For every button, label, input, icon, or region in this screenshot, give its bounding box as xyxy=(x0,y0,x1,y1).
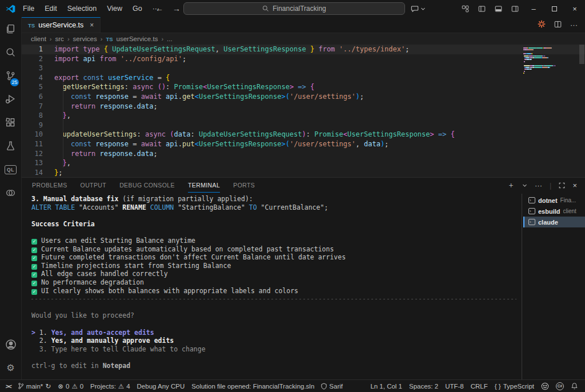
codeql-label: QL xyxy=(5,165,17,174)
codeql-icon[interactable]: QL xyxy=(0,158,21,181)
new-terminal-icon[interactable]: ＋ xyxy=(507,180,515,190)
code-line[interactable]: 6 const response = await api.get<UserSet… xyxy=(22,92,585,102)
sync-icon[interactable]: ↻ xyxy=(45,382,51,390)
breadcrumb-src[interactable]: src xyxy=(55,35,64,42)
code-line[interactable]: 8 }, xyxy=(22,111,585,121)
terminal-dropdown-icon[interactable] xyxy=(522,183,527,188)
notifications-bell-icon[interactable] xyxy=(567,380,582,392)
remote-indicator[interactable]: >< xyxy=(2,380,14,392)
accounts-icon[interactable] xyxy=(0,333,21,356)
code-line[interactable]: 1import type { UpdateUserSettingsRequest… xyxy=(22,45,585,54)
customize-layout-icon[interactable] xyxy=(457,0,474,17)
code-line[interactable]: 9 xyxy=(22,121,585,130)
vscode-logo-icon xyxy=(6,4,15,14)
menu-edit[interactable]: Edit xyxy=(39,0,62,17)
toggle-sidebar-icon[interactable] xyxy=(474,0,490,17)
check-icon: ✓ xyxy=(31,255,37,261)
breadcrumb-symbol[interactable]: ... xyxy=(167,35,173,42)
csharp-status-icon[interactable]: C# xyxy=(552,380,567,392)
command-center-search[interactable]: FinancialTracking xyxy=(183,2,405,15)
more-actions-icon[interactable]: ··· xyxy=(570,21,578,29)
back-arrow-icon[interactable]: ← xyxy=(155,4,163,13)
source-control-icon[interactable]: 25 xyxy=(0,64,21,87)
code-line[interactable]: 10 updateUserSettings: async (data: Upda… xyxy=(22,130,585,139)
minimap[interactable] xyxy=(523,47,576,74)
maximize-button[interactable] xyxy=(544,0,564,17)
breadcrumb-sep-icon: › xyxy=(101,35,103,42)
check-icon: ✓ xyxy=(31,281,37,286)
panel-tab-problems[interactable]: PROBLEMS xyxy=(32,178,67,193)
debug-target-item[interactable]: Debug Any CPU xyxy=(134,380,189,392)
copilot-button[interactable] xyxy=(411,0,426,17)
git-branch-item[interactable]: main* ↻ xyxy=(14,380,54,392)
language-mode-item[interactable]: { } TypeScript xyxy=(491,380,538,392)
shield-icon xyxy=(321,383,327,390)
maximize-panel-icon[interactable] xyxy=(559,182,565,189)
forward-arrow-icon[interactable]: → xyxy=(173,4,181,13)
panel-tab-debug-console[interactable]: DEBUG CONSOLE xyxy=(119,178,175,193)
menu-go[interactable]: Go xyxy=(127,0,147,17)
warnings-icon: ⚠ xyxy=(71,382,77,390)
solution-status-item[interactable]: Solution file opened: FinancialTracking.… xyxy=(188,380,318,392)
feedback-smiley-icon[interactable] xyxy=(538,380,552,392)
code-line[interactable]: 7 return response.data; xyxy=(22,102,585,111)
code-line[interactable]: 13 }, xyxy=(22,158,585,168)
breadcrumb[interactable]: client› src› services› TS userService.ts… xyxy=(22,33,585,45)
terminal-output[interactable]: 3. Manual database fix (if migration par… xyxy=(31,195,516,379)
code-line[interactable]: 12 return response.data; xyxy=(22,149,585,159)
terminal-list-item-esbuild[interactable]: ›esbuildclient xyxy=(523,206,585,217)
indentation-item[interactable]: Spaces: 2 xyxy=(406,380,442,392)
sarif-item[interactable]: Sarif xyxy=(318,380,346,392)
activity-bar: 25 QL ⚙ xyxy=(0,17,22,379)
tab-userservice[interactable]: TS userService.ts × xyxy=(22,17,101,33)
terminal-list-item-claude[interactable]: ›claude xyxy=(523,217,585,227)
testing-icon[interactable] xyxy=(0,134,21,158)
menu-file[interactable]: File xyxy=(18,0,39,17)
toggle-panel-icon[interactable] xyxy=(490,0,507,17)
code-line[interactable]: 2import api from '../config/api'; xyxy=(22,54,585,64)
menu-view[interactable]: View xyxy=(102,0,127,17)
status-bar: >< main* ↻ ⊗0 ⚠0 Projects: ⚠ 4 Debug Any… xyxy=(0,379,585,392)
code-line[interactable]: 4export const userService = { xyxy=(22,73,585,83)
code-line[interactable]: 11 const response = await api.put<UserSe… xyxy=(22,139,585,149)
split-editor-icon[interactable] xyxy=(554,21,562,30)
explorer-icon[interactable] xyxy=(0,17,21,41)
breadcrumb-file[interactable]: userService.ts xyxy=(117,35,158,42)
code-line[interactable]: 5 getUserSettings: async (): Promise<Use… xyxy=(22,82,585,92)
cursor-position-item[interactable]: Ln 1, Col 1 xyxy=(367,380,406,392)
code-line[interactable]: 3 xyxy=(22,63,585,73)
editor-tab-bar: TS userService.ts × ··· xyxy=(22,17,585,33)
breadcrumb-client[interactable]: client xyxy=(31,35,46,42)
toggle-secondary-sidebar-icon[interactable] xyxy=(507,0,523,17)
menu-selection[interactable]: Selection xyxy=(62,0,102,17)
minimize-button[interactable]: – xyxy=(523,0,544,17)
terminal-line: 2. Yes, and manually approve edits xyxy=(31,337,516,345)
panel-sash[interactable] xyxy=(522,194,522,379)
editor-scrollbar[interactable] xyxy=(579,45,584,64)
terminal-list: ›dotnetFina...›esbuildclient›claude xyxy=(523,195,585,379)
extensions-icon[interactable] xyxy=(0,111,21,134)
settings-gear-icon[interactable]: ⚙ xyxy=(0,356,21,379)
terminal-line xyxy=(31,228,516,237)
breadcrumb-services[interactable]: services xyxy=(73,35,97,42)
close-panel-icon[interactable]: × xyxy=(572,181,577,190)
code-editor[interactable]: 1import type { UpdateUserSettingsRequest… xyxy=(22,45,585,177)
search-sidebar-icon[interactable] xyxy=(0,41,21,64)
projects-item[interactable]: Projects: ⚠ 4 xyxy=(87,380,133,392)
tab-close-icon[interactable]: × xyxy=(90,21,94,29)
panel-tab-output[interactable]: OUTPUT xyxy=(81,178,107,193)
terminal-line: ALTER TABLE "Accounts" RENAME COLUMN "St… xyxy=(31,203,516,212)
terminal-list-item-dotnet[interactable]: ›dotnetFina... xyxy=(523,195,585,206)
close-button[interactable]: × xyxy=(564,0,585,17)
code-line[interactable]: 14}; xyxy=(22,168,585,177)
encoding-item[interactable]: UTF-8 xyxy=(442,380,467,392)
rings-extension-icon[interactable] xyxy=(0,181,21,205)
panel-tab-ports[interactable]: PORTS xyxy=(233,178,255,193)
claude-starburst-icon[interactable] xyxy=(538,20,546,30)
braces-icon: { } xyxy=(495,383,501,390)
panel-tab-terminal[interactable]: TERMINAL xyxy=(188,178,220,193)
panel-more-icon[interactable]: ··· xyxy=(535,181,542,190)
eol-item[interactable]: CRLF xyxy=(467,380,491,392)
problems-item[interactable]: ⊗0 ⚠0 xyxy=(54,380,87,392)
run-debug-icon[interactable] xyxy=(0,87,21,111)
